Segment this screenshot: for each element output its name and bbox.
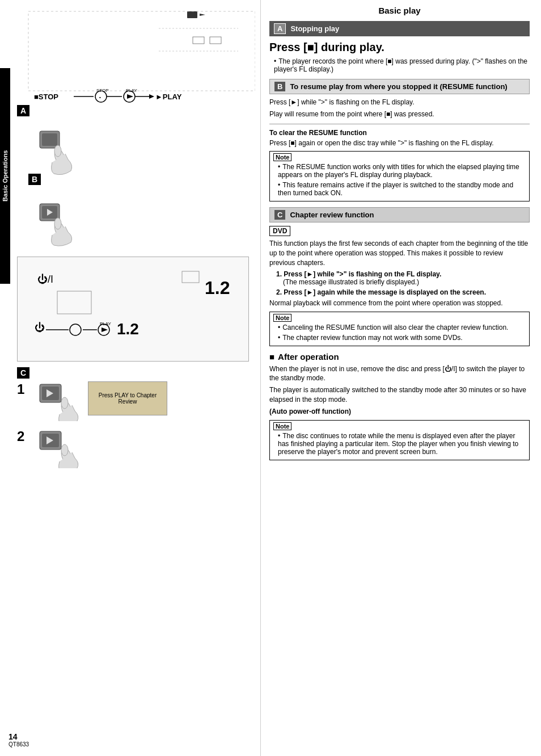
chapter-intro: This function plays the first few second… xyxy=(269,239,530,267)
clear-heading: To clear the RESUME function xyxy=(269,129,530,137)
section-c-heading: Chapter review function xyxy=(290,211,374,219)
svg-rect-20 xyxy=(42,133,57,146)
svg-text:1.2: 1.2 xyxy=(205,278,230,298)
step1: 1. Press [►] while ">" is flashing on th… xyxy=(269,270,530,286)
svg-text:►PLAY: ►PLAY xyxy=(155,93,182,101)
note-c-1: Canceling the RESUME function will also … xyxy=(273,324,526,331)
section-b-title: To resume play from where you stopped it… xyxy=(290,82,507,91)
svg-text:STOP: STOP xyxy=(96,88,109,93)
stop-play-diagram: ■STOP • STOP PLAY ►PLAY xyxy=(17,6,255,119)
svg-text:PLAY: PLAY xyxy=(100,321,112,326)
step2: 2. Press [►] again while the message is … xyxy=(269,288,530,296)
section-a-label: A xyxy=(274,23,286,34)
svg-marker-37 xyxy=(102,327,108,332)
svg-point-22 xyxy=(54,145,61,157)
section-b-label: B xyxy=(274,82,285,91)
auto-text: (Auto power-off function) xyxy=(269,407,530,417)
note-c-2: The chapter review function may not work… xyxy=(273,334,526,342)
section-c-label: C xyxy=(274,210,285,220)
svg-point-27 xyxy=(54,218,61,229)
section-a-header: A Stopping play xyxy=(269,21,530,36)
play-button-press xyxy=(28,201,244,246)
after-op-text2: The player is automatically switched to … xyxy=(269,385,530,405)
svg-rect-30 xyxy=(182,271,199,283)
step1-number: 1 xyxy=(17,381,31,397)
note-label-a: Note xyxy=(273,153,291,161)
svg-marker-13 xyxy=(127,94,133,99)
step2-button xyxy=(37,429,82,468)
svg-text:⏻/I: ⏻/I xyxy=(37,274,53,285)
resume-text1: Press [►] while ">" is flashing on the F… xyxy=(269,98,530,107)
step2-number: 2 xyxy=(17,429,31,444)
note-label-after: Note xyxy=(273,422,291,430)
svg-rect-29 xyxy=(57,291,91,314)
svg-marker-16 xyxy=(149,94,154,99)
page-number: 14 xyxy=(9,732,29,741)
right-panel: Basic play A Stopping play Press [■] dur… xyxy=(261,0,541,756)
chapter-diagram: ⏻/I 1.2 ⏻ PLAY xyxy=(23,263,244,354)
resume-text2: Play will resume from the point where [■… xyxy=(269,110,530,119)
chapter-review-text: Press PLAY to Chapter Review xyxy=(91,392,164,405)
after-op-text1: When the player is not in use, remove th… xyxy=(269,364,530,384)
normal-text: Normal playback will commence from the p… xyxy=(269,299,530,308)
svg-text:•: • xyxy=(99,95,101,100)
bullet1-text: The player records the point where [■] w… xyxy=(269,57,530,73)
note-a-2: This feature remains active if the playe… xyxy=(273,181,526,197)
page-title: Basic play xyxy=(269,6,530,15)
section-a-heading: Stopping play xyxy=(290,24,339,33)
section-b-header: B To resume play from where you stopped … xyxy=(269,79,530,94)
stop-button-press xyxy=(28,125,244,177)
step1-button xyxy=(37,381,82,421)
step1-sub: (The message illustrated is briefly disp… xyxy=(276,278,530,286)
svg-rect-4 xyxy=(193,37,204,44)
svg-point-49 xyxy=(61,444,68,456)
svg-rect-5 xyxy=(210,37,221,44)
after-op-heading: After operation xyxy=(269,352,530,362)
note-box-a: Note The RESUME function works only with… xyxy=(269,151,530,201)
section-b-marker: B xyxy=(28,174,41,185)
svg-rect-0 xyxy=(187,11,197,18)
note-label-c: Note xyxy=(273,314,291,322)
clear-text: Press [■] again or open the disc tray wh… xyxy=(269,138,530,148)
note-after-1: The disc continues to rotate while the m… xyxy=(273,432,526,456)
note-a-1: The RESUME function works only with titl… xyxy=(273,163,526,179)
section-c-marker: C xyxy=(17,367,29,379)
section-a-marker: A xyxy=(17,105,29,116)
section-c-header: C Chapter review function xyxy=(269,207,530,222)
svg-text:PLAY: PLAY xyxy=(126,88,138,93)
part-number: QT8633 xyxy=(9,741,29,747)
svg-marker-1 xyxy=(200,14,205,16)
svg-text:■STOP: ■STOP xyxy=(34,93,58,101)
svg-point-34 xyxy=(70,324,81,335)
svg-point-44 xyxy=(61,397,68,409)
svg-text:1.2: 1.2 xyxy=(117,320,139,338)
note-box-c: Note Canceling the RESUME function will … xyxy=(269,312,530,346)
dvd-label: DVD xyxy=(269,226,290,236)
page-footer: 14 QT8633 xyxy=(9,732,29,747)
main-heading: Press [■] during play. xyxy=(269,41,530,54)
divider1 xyxy=(269,124,530,124)
left-panel: ■STOP • STOP PLAY ►PLAY xyxy=(0,0,261,756)
svg-text:⏻: ⏻ xyxy=(35,322,45,333)
note-box-after: Note The disc continues to rotate while … xyxy=(269,420,530,460)
